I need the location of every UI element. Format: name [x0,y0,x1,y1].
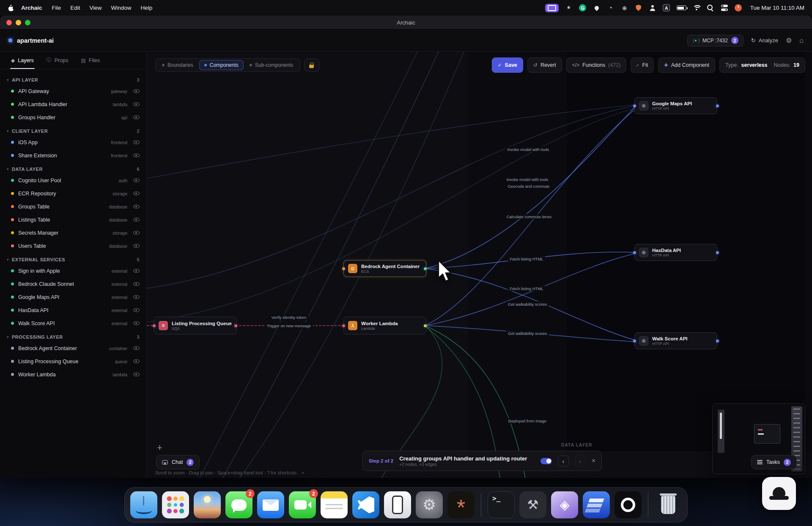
tab-props[interactable]: ⓘProps [41,53,74,67]
section-data-layer[interactable]: ▾DATA LAYER6 [0,162,146,174]
visibility-icon[interactable] [133,115,140,119]
layer-item-worker-lambda[interactable]: Worker Lambdalambda [0,368,146,381]
layer-item-walk-score-api[interactable]: Walk Score APIexternal [0,317,146,330]
dock-iphone-mirroring[interactable] [384,491,411,518]
view-boundaries[interactable]: Boundaries [157,60,198,70]
menu-file[interactable]: File [47,5,66,11]
port-dot[interactable] [633,340,636,342]
layer-item-sign-in-with-apple[interactable]: Sign in with Appleexternal [0,264,146,277]
step-close-icon[interactable]: × [592,457,595,465]
user-icon[interactable] [649,3,656,13]
autoplay-toggle[interactable] [540,458,552,464]
visibility-icon[interactable] [133,269,140,273]
clock-widget-icon[interactable] [735,3,742,13]
visibility-icon[interactable] [133,140,140,144]
dock-claude[interactable]: * [447,491,475,518]
layer-item-hasdata-api[interactable]: HasData APIexternal [0,304,146,317]
dock-finder[interactable] [130,491,157,518]
dock-launchpad[interactable] [162,491,189,518]
layer-item-share-extension[interactable]: Share Extensionfrontend [0,149,146,162]
node-worker-lambda[interactable]: λWorker LambdaLambda [343,317,426,334]
layer-item-ecr-repository[interactable]: ECR Repositorystorage [0,187,146,200]
visibility-icon[interactable] [133,346,140,350]
visibility-icon[interactable] [133,178,140,182]
step-next-button[interactable]: › [575,455,586,466]
dock-chatgpt[interactable] [614,491,642,518]
lock-toggle[interactable] [304,58,319,72]
step-prev-button[interactable]: ‹ [558,455,569,466]
grammarly-icon[interactable]: G [579,3,587,13]
window-titlebar[interactable]: Archaic [0,16,812,30]
tab-layers[interactable]: ◈Layers [5,54,40,67]
port-dot[interactable] [424,267,427,270]
functions-button[interactable]: </> Functions (472) [566,58,627,73]
visibility-icon[interactable] [133,205,140,208]
visibility-icon[interactable] [133,218,140,222]
dock-layers-app[interactable] [583,491,610,518]
visibility-icon[interactable] [133,89,140,93]
dock-settings[interactable]: ⚙ [416,491,443,518]
gauge-icon[interactable]: ◔ [607,3,614,13]
layer-item-listings-table[interactable]: Listings Tabledatabase [0,213,146,226]
dock-build-tool[interactable]: ⚒ [519,491,546,518]
port-dot[interactable] [342,324,345,327]
graph-canvas[interactable]: Invoke model with toolsInvoke model with… [147,52,812,478]
home-icon[interactable]: ⌂ [799,37,804,44]
settings-gear-icon[interactable]: ⚙ [786,36,792,44]
visibility-icon[interactable] [133,295,140,299]
node-walk-score-api[interactable]: ⊕Walk Score APIHTTP API [634,332,717,349]
visibility-icon[interactable] [133,192,140,195]
analyze-button[interactable]: ↻ Analyze [751,37,778,44]
zoom-in-button[interactable]: + [157,442,162,453]
port-dot[interactable] [716,340,719,342]
visibility-icon[interactable] [133,373,140,376]
section-client-layer[interactable]: ▾CLIENT LAYER2 [0,124,146,136]
menu-clock[interactable]: Tue Mar 10 11:10 AM [750,5,804,11]
layer-item-listing-processing-queue[interactable]: Listing Processing Queuequeue [0,355,146,368]
port-dot[interactable] [633,104,636,107]
security-shield-icon[interactable] [635,3,642,13]
layer-item-api-lambda-handler[interactable]: API Lambda Handlerlambda [0,98,146,111]
layer-item-groups-handler[interactable]: Groups Handlerapi [0,111,146,124]
tasks-button[interactable]: Tasks 2 [751,455,797,469]
layer-item-groups-table[interactable]: Groups Tabledatabase [0,200,146,213]
layer-item-api-gateway[interactable]: API Gatewaygateway [0,85,146,98]
menu-edit[interactable]: Edit [66,5,85,11]
dock-facetime[interactable]: 2 [289,491,316,518]
view-components[interactable]: Components [199,60,244,70]
node-google-maps-api[interactable]: ⊕Google Maps APIHTTP API [634,97,717,114]
mcp-status-chip[interactable]: MCP :7432 2 [687,35,743,47]
layer-item-secrets-manager[interactable]: Secrets Managerstorage [0,226,146,239]
minimap-viewport[interactable] [754,424,780,444]
layer-item-cognito-user-pool[interactable]: Cognito User Poolauth [0,174,146,187]
add-component-button[interactable]: + Add Component [658,58,715,73]
menu-app-name[interactable]: Archaic [16,5,47,11]
layer-item-ios-app[interactable]: iOS Appfrontend [0,136,146,149]
claude-asterisk-icon[interactable]: * [565,3,573,13]
port-dot[interactable] [234,324,237,327]
battery-icon[interactable] [677,3,686,13]
layer-item-users-table[interactable]: Users Tabledatabase [0,239,146,252]
dock-terminal[interactable]: >_ [488,491,515,518]
layer-item-bedrock-claude-sonnet[interactable]: Bedrock Claude Sonnetexternal [0,277,146,290]
spotlight-icon[interactable] [707,3,714,13]
save-button[interactable]: ✓ Save [492,58,523,73]
dock-notes[interactable] [321,491,348,518]
dock-trash[interactable] [655,491,682,518]
location-icon[interactable] [593,3,601,13]
control-center-icon[interactable] [721,3,728,13]
visibility-icon[interactable] [133,321,140,325]
visibility-icon[interactable] [133,282,140,286]
node-bedrock-agent-container[interactable]: αBedrock Agent ContainerECS [343,260,426,277]
chat-button[interactable]: Chat 2 [156,455,200,469]
keyboard-a-icon[interactable]: A [663,3,670,13]
menu-view[interactable]: View [85,5,107,11]
floating-widget[interactable] [762,477,796,510]
tab-files[interactable]: ▤Files [75,54,106,67]
visibility-icon[interactable] [133,308,140,312]
section-api-layer[interactable]: ▾API LAYER3 [0,73,146,85]
layer-item-google-maps-api[interactable]: Google Maps APIexternal [0,290,146,304]
visibility-icon[interactable] [133,359,140,363]
port-dot[interactable] [633,251,636,254]
node-listing-processing-queue[interactable]: ≡Listing Processing QueueSQS [154,317,237,334]
